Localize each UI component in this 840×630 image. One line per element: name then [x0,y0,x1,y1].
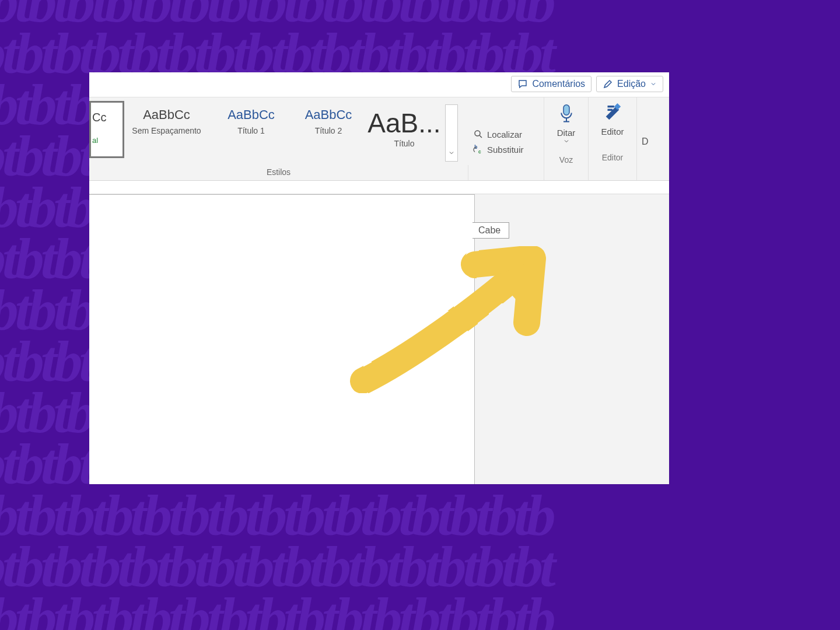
title-bar: Comentários Edição [89,72,669,97]
style-name: al [92,136,98,145]
microphone-icon [558,103,575,125]
style-tile-heading1[interactable]: AaBbCc Título 1 [209,101,293,158]
svg-text:c: c [478,149,481,155]
style-sample: AaBbCc [143,107,190,123]
search-icon [473,129,484,139]
style-name: Título [394,139,414,148]
replace-button[interactable]: b c Substituir [473,144,524,155]
comments-button[interactable]: Comentários [511,76,592,92]
voice-group-label: Voz [559,155,573,164]
svg-point-0 [475,131,480,136]
truncated-group: D [636,97,669,180]
style-sample: Cc [92,111,106,124]
find-label: Localizar [487,130,522,139]
chevron-down-icon [650,80,657,88]
style-tile-no-spacing[interactable]: AaBbCc Sem Espaçamento [124,101,209,158]
editor-label: Editor [601,127,624,136]
styles-group: Cc al AaBbCc Sem Espaçamento AaBbCc Títu… [89,97,468,180]
pencil-icon [603,79,613,89]
style-name: Título 2 [315,126,342,135]
chevron-down-icon [448,149,455,156]
ruler[interactable] [89,181,669,194]
dictate-label: Ditar [557,128,576,138]
style-tile-heading2[interactable]: AaBbCc Título 2 [293,101,363,158]
style-sample: AaBbCc [228,107,275,123]
editing-group: Localizar b c Substituir [468,97,544,180]
find-button[interactable]: Localizar [473,129,522,139]
document-area: Cabe [89,194,669,484]
editing-mode-label: Edição [617,79,646,89]
styles-group-label: Estilos [89,165,468,180]
style-tile-normal[interactable]: Cc al [89,101,124,158]
truncated-letter: D [642,136,649,147]
comments-label: Comentários [532,79,585,89]
style-tile-title[interactable]: AaB... Título [363,101,445,158]
editor-group-label: Editor [602,153,624,162]
style-name: Sem Espaçamento [132,126,201,135]
styles-gallery-expand[interactable] [445,104,458,162]
dictate-button[interactable]: Ditar Voz [544,97,588,180]
style-sample: AaB... [368,107,440,139]
replace-label: Substituir [487,145,524,155]
style-name: Título 1 [237,126,265,135]
svg-line-1 [480,135,482,138]
svg-rect-4 [564,105,569,116]
replace-icon: b c [473,144,484,155]
editor-button[interactable]: Editor Editor [588,97,636,180]
styles-gallery[interactable]: Cc al AaBbCc Sem Espaçamento AaBbCc Títu… [89,97,468,165]
app-window: Comentários Edição Cc al AaBbCc [89,72,669,484]
editing-mode-button[interactable]: Edição [596,76,663,92]
header-section-badge[interactable]: Cabe [473,222,509,239]
ribbon: Cc al AaBbCc Sem Espaçamento AaBbCc Títu… [89,97,669,181]
page[interactable] [89,194,475,484]
editor-icon [603,103,622,123]
chevron-down-icon [563,138,570,145]
comment-icon [517,79,528,89]
style-sample: AaBbCc [305,107,352,123]
